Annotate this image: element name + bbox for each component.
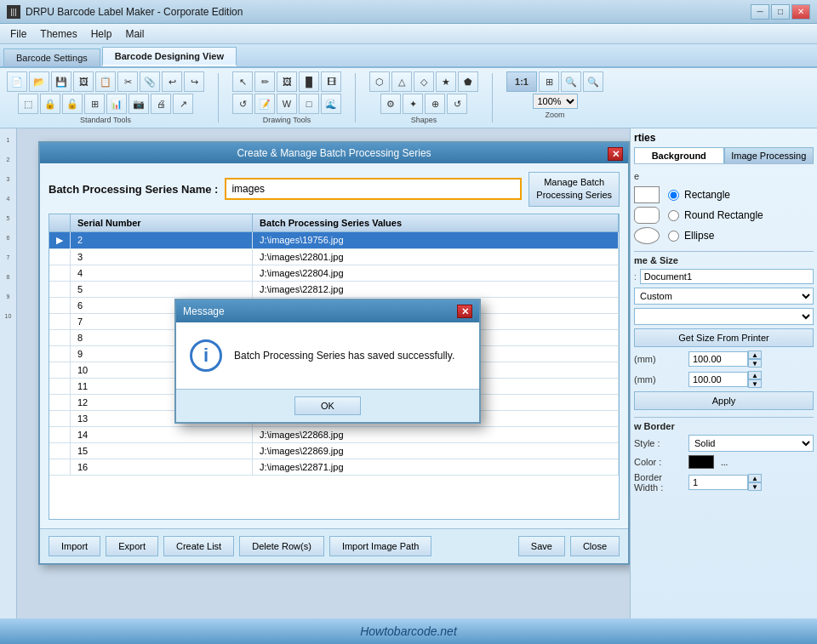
create-list-button[interactable]: Create List — [163, 536, 234, 556]
size-select[interactable]: Custom A4 Letter — [634, 288, 814, 305]
row-value: J:\images\19756.jpg — [253, 231, 619, 248]
tab-designing-view[interactable]: Barcode Designing View — [102, 47, 237, 66]
row-indicator — [49, 281, 71, 297]
tb-btn4[interactable]: 🖼 — [73, 71, 94, 92]
sh7[interactable]: ✦ — [403, 94, 423, 114]
tb-s2[interactable]: 🔒 — [40, 94, 60, 114]
sh5[interactable]: ⬟ — [458, 71, 478, 92]
close-button[interactable]: ✕ — [791, 4, 810, 20]
dt6[interactable]: ↺ — [232, 94, 253, 114]
width-input[interactable] — [688, 351, 748, 367]
design-canvas[interactable]: Create & Manage Batch Processing Series … — [17, 128, 630, 630]
batch-close-btn[interactable]: ✕ — [608, 147, 623, 161]
sh1[interactable]: ⬡ — [369, 71, 390, 92]
maximize-button[interactable]: □ — [771, 4, 790, 20]
tb-s7[interactable]: 🖨 — [151, 94, 171, 114]
menu-file[interactable]: File — [3, 26, 33, 42]
rectangle-radio[interactable] — [668, 190, 679, 201]
message-close-button[interactable]: ✕ — [457, 305, 472, 318]
tb-btn5[interactable]: 📋 — [95, 71, 116, 92]
ok-button[interactable]: OK — [294, 396, 361, 415]
save-btn[interactable]: 💾 — [51, 71, 71, 92]
size-select2[interactable] — [634, 308, 814, 325]
import-image-path-button[interactable]: Import Image Path — [329, 536, 432, 556]
zoom-fit[interactable]: ⊞ — [539, 71, 559, 92]
dt10[interactable]: 🌊 — [321, 94, 341, 114]
dt9[interactable]: □ — [299, 94, 319, 114]
open-btn[interactable]: 📂 — [29, 71, 49, 92]
standard-tools-group: 📄 📂 💾 🖼 📋 ✂ 📎 ↩ ↪ ⬚ 🔒 🔓 ⊞ 📊 📷 🖨 ↗ Standa… — [7, 71, 204, 124]
table-row[interactable]: 4 J:\images\22804.jpg — [49, 265, 619, 281]
sh6[interactable]: ⚙ — [380, 94, 401, 114]
tb-s4[interactable]: ⊞ — [84, 94, 105, 114]
ellipse-radio[interactable] — [668, 231, 679, 242]
border-color-swatch[interactable] — [688, 455, 714, 469]
dt2[interactable]: ✏ — [254, 71, 275, 92]
undo-btn[interactable]: ↩ — [162, 71, 182, 92]
zoom-in[interactable]: 🔍 — [561, 71, 581, 92]
dt4[interactable]: ▐▌ — [299, 71, 319, 92]
redo-btn[interactable]: ↪ — [184, 71, 204, 92]
minimize-button[interactable]: ─ — [751, 4, 769, 20]
tb-s8[interactable]: ↗ — [173, 94, 193, 114]
export-button[interactable]: Export — [106, 536, 158, 556]
shape-row-ellipse: Ellipse — [634, 227, 814, 244]
shape-options: Rectangle Round Rectangle Ellipse — [634, 186, 814, 244]
tb-s5[interactable]: 📊 — [106, 94, 127, 114]
zoom-out[interactable]: 🔍 — [583, 71, 603, 92]
doc-name-input[interactable] — [640, 269, 814, 284]
height-input[interactable] — [688, 372, 748, 387]
border-width-down[interactable]: ▼ — [748, 482, 762, 491]
border-width-label: Border Width : — [634, 472, 685, 493]
border-style-select[interactable]: Solid Dashed — [688, 435, 814, 452]
new-btn[interactable]: 📄 — [7, 71, 27, 92]
menu-themes[interactable]: Themes — [33, 26, 83, 42]
width-up[interactable]: ▲ — [748, 350, 762, 359]
table-row[interactable]: ▶ 2 J:\images\19756.jpg — [49, 231, 619, 248]
round-rect-radio[interactable] — [668, 210, 679, 221]
ellipse-label: Ellipse — [684, 230, 714, 242]
tb-btn6[interactable]: ✂ — [117, 71, 138, 92]
sh8[interactable]: ⊕ — [425, 94, 445, 114]
batch-name-input[interactable] — [225, 178, 522, 200]
ellipse-preview — [634, 227, 660, 244]
row-indicator — [49, 459, 71, 475]
sh4[interactable]: ★ — [436, 71, 456, 92]
width-down[interactable]: ▼ — [748, 359, 762, 368]
tb-btn7[interactable]: 📎 — [140, 71, 160, 92]
get-size-button[interactable]: Get Size From Printer — [634, 328, 814, 347]
menu-mail[interactable]: Mail — [118, 26, 151, 42]
table-row[interactable]: 5 J:\images\22812.jpg — [49, 281, 619, 297]
table-row[interactable]: 16 J:\images\22871.jpg — [49, 459, 619, 475]
close-batch-button[interactable]: Close — [570, 536, 620, 556]
tab-image-processing[interactable]: Image Processing — [724, 147, 814, 163]
tab-barcode-settings[interactable]: Barcode Settings — [3, 48, 100, 66]
tab-background[interactable]: Background — [634, 147, 724, 163]
save-button[interactable]: Save — [518, 536, 565, 556]
batch-dialog-close[interactable]: ✕ — [608, 147, 623, 161]
sh2[interactable]: △ — [391, 71, 412, 92]
border-width-input[interactable] — [688, 475, 748, 490]
delete-row-button[interactable]: Delete Row(s) — [239, 536, 324, 556]
dt1[interactable]: ↖ — [232, 71, 253, 92]
table-row[interactable]: 3 J:\images\22801.jpg — [49, 248, 619, 265]
apply-button[interactable]: Apply — [634, 391, 814, 410]
dt5[interactable]: 🎞 — [321, 71, 341, 92]
import-button[interactable]: Import — [49, 536, 100, 556]
height-down[interactable]: ▼ — [748, 379, 762, 388]
manage-series-button[interactable]: Manage Batch Processing Series — [528, 172, 620, 207]
table-row[interactable]: 15 J:\images\22869.jpg — [49, 442, 619, 459]
height-up[interactable]: ▲ — [748, 371, 762, 379]
sh9[interactable]: ↺ — [447, 94, 467, 114]
dt3[interactable]: 🖼 — [277, 71, 297, 92]
tb-s1[interactable]: ⬚ — [18, 94, 38, 114]
zoom-select[interactable]: 100% 50% 150% 200% — [533, 94, 578, 109]
dt8[interactable]: W — [277, 94, 297, 114]
tb-s3[interactable]: 🔓 — [62, 94, 83, 114]
border-width-up[interactable]: ▲ — [748, 474, 762, 482]
dt7[interactable]: 📝 — [254, 94, 275, 114]
table-row[interactable]: 14 J:\images\22868.jpg — [49, 426, 619, 442]
sh3[interactable]: ◇ — [414, 71, 434, 92]
menu-help[interactable]: Help — [84, 26, 119, 42]
tb-s6[interactable]: 📷 — [129, 94, 149, 114]
